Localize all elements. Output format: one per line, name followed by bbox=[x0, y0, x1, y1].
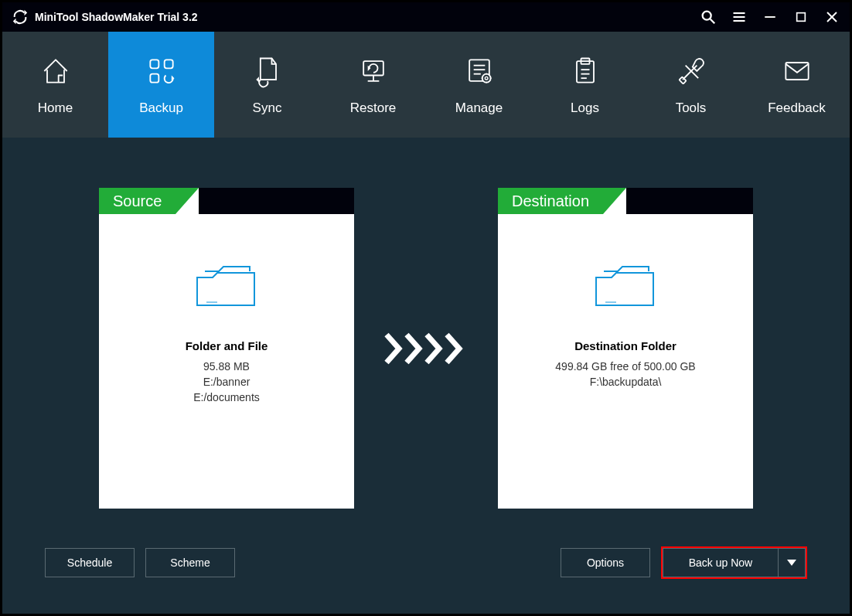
svg-marker-1 bbox=[13, 19, 16, 24]
nav-home[interactable]: Home bbox=[2, 32, 108, 138]
destination-path: F:\backupdata\ bbox=[590, 376, 662, 388]
nav-label: Feedback bbox=[768, 100, 826, 116]
destination-free: 499.84 GB free of 500.00 GB bbox=[555, 360, 695, 373]
nav-logs[interactable]: Logs bbox=[532, 32, 638, 138]
manage-icon bbox=[462, 54, 496, 88]
app-window: MiniTool ShadowMaker Trial 3.2 Home bbox=[2, 2, 850, 614]
svg-line-37 bbox=[685, 65, 698, 78]
schedule-button[interactable]: Schedule bbox=[45, 548, 135, 577]
svg-rect-11 bbox=[150, 60, 158, 68]
logs-icon bbox=[568, 54, 602, 88]
source-path-1: E:/documents bbox=[193, 391, 260, 403]
svg-marker-0 bbox=[25, 10, 28, 15]
nav-label: Home bbox=[38, 100, 73, 116]
nav-label: Backup bbox=[139, 100, 183, 116]
app-logo: MiniTool ShadowMaker Trial 3.2 bbox=[12, 9, 198, 26]
folder-icon bbox=[591, 260, 659, 311]
source-panel-body: Folder and File 95.88 MB E:/banner E:/do… bbox=[99, 214, 354, 509]
svg-rect-38 bbox=[786, 63, 808, 80]
svg-line-3 bbox=[711, 19, 715, 24]
tools-icon bbox=[674, 54, 708, 88]
nav-restore[interactable]: Restore bbox=[320, 32, 426, 138]
app-title: MiniTool ShadowMaker Trial 3.2 bbox=[35, 11, 198, 23]
svg-point-24 bbox=[482, 73, 490, 82]
nav-label: Manage bbox=[455, 100, 503, 116]
backup-now-button[interactable]: Back up Now bbox=[663, 548, 779, 577]
nav-backup[interactable]: Backup bbox=[108, 32, 214, 138]
nav-tools[interactable]: Tools bbox=[638, 32, 744, 138]
svg-rect-12 bbox=[164, 60, 172, 68]
backup-icon bbox=[145, 54, 179, 88]
source-tab-label: Source bbox=[99, 188, 176, 214]
nav-label: Tools bbox=[676, 100, 707, 116]
destination-panel-body: Destination Folder 499.84 GB free of 500… bbox=[498, 214, 753, 509]
sync-icon bbox=[250, 54, 285, 88]
content-area: Source Folder and File 95.88 MB E:/banne… bbox=[2, 138, 850, 614]
window-controls bbox=[700, 9, 840, 26]
maximize-button[interactable] bbox=[792, 9, 809, 26]
nav-sync[interactable]: Sync bbox=[214, 32, 320, 138]
folder-icon bbox=[193, 260, 261, 311]
destination-tab-label: Destination bbox=[498, 188, 603, 214]
nav-feedback[interactable]: Feedback bbox=[744, 32, 850, 138]
nav-label: Logs bbox=[571, 100, 599, 116]
source-size: 95.88 MB bbox=[203, 360, 250, 373]
svg-point-2 bbox=[703, 12, 711, 20]
destination-title: Destination Folder bbox=[574, 339, 676, 352]
source-panel[interactable]: Source Folder and File 95.88 MB E:/banne… bbox=[99, 188, 354, 509]
feedback-icon bbox=[780, 54, 814, 88]
chevron-down-icon bbox=[787, 560, 796, 566]
destination-panel[interactable]: Destination Destination Folder 499.84 GB… bbox=[498, 188, 753, 509]
backup-now-group: Back up Now bbox=[661, 546, 807, 579]
main-nav: Home Backup Sync bbox=[2, 32, 850, 138]
transfer-arrows-icon bbox=[383, 332, 469, 366]
minimize-button[interactable] bbox=[762, 9, 779, 26]
svg-marker-15 bbox=[256, 77, 259, 82]
backup-now-dropdown[interactable] bbox=[778, 548, 806, 577]
menu-icon[interactable] bbox=[731, 9, 748, 26]
svg-rect-13 bbox=[150, 73, 158, 82]
nav-manage[interactable]: Manage bbox=[426, 32, 532, 138]
svg-marker-41 bbox=[787, 560, 796, 566]
home-icon bbox=[39, 54, 73, 88]
source-title: Folder and File bbox=[186, 339, 268, 352]
nav-label: Restore bbox=[350, 100, 397, 116]
nav-label: Sync bbox=[253, 100, 282, 116]
restore-icon bbox=[356, 54, 390, 88]
search-icon[interactable] bbox=[700, 9, 717, 26]
options-button[interactable]: Options bbox=[561, 548, 650, 577]
svg-line-35 bbox=[683, 65, 697, 79]
svg-rect-8 bbox=[797, 13, 806, 22]
scheme-button[interactable]: Scheme bbox=[145, 548, 235, 577]
bottom-bar: Schedule Scheme Options Back up Now bbox=[2, 546, 850, 614]
source-path-0: E:/banner bbox=[203, 376, 250, 388]
close-button[interactable] bbox=[823, 9, 840, 26]
app-logo-icon bbox=[12, 9, 29, 26]
panels-row: Source Folder and File 95.88 MB E:/banne… bbox=[2, 188, 850, 509]
titlebar: MiniTool ShadowMaker Trial 3.2 bbox=[2, 2, 850, 32]
